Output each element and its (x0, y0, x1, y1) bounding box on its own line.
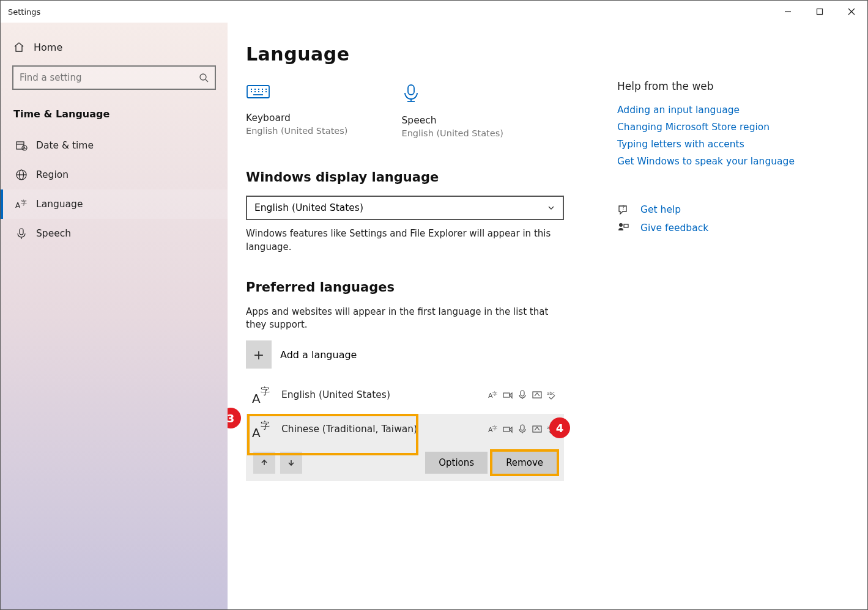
language-item-english[interactable]: A字 English (United States) A字 abc (246, 380, 564, 410)
svg-text:字: 字 (261, 420, 270, 431)
add-language-label: Add a language (280, 349, 357, 361)
help-link-add-input[interactable]: Adding an input language (617, 105, 813, 116)
give-feedback-link[interactable]: Give feedback (640, 222, 708, 233)
search-input[interactable] (20, 72, 199, 83)
language-feature-badges: A字 abc (488, 390, 557, 400)
quick-keyboard[interactable]: Keyboard English (United States) (246, 83, 347, 138)
help-pane: Help from the web Adding an input langua… (617, 80, 813, 234)
svg-rect-47 (521, 425, 524, 430)
svg-text:字: 字 (492, 425, 497, 431)
feedback-icon (617, 222, 629, 234)
svg-rect-16 (20, 229, 23, 235)
svg-rect-1 (817, 9, 823, 15)
chevron-down-icon (547, 204, 555, 212)
sidebar-item-label: Speech (36, 228, 71, 239)
tts-icon (503, 424, 513, 434)
move-up-button[interactable] (253, 452, 275, 474)
svg-line-5 (206, 79, 208, 82)
sidebar-item-label: Region (36, 169, 69, 180)
sidebar-item-label: Language (36, 199, 83, 210)
svg-text:?: ? (622, 205, 625, 211)
caption-controls (772, 1, 867, 23)
get-help-link[interactable]: Get help (640, 204, 681, 215)
display-language-select[interactable]: English (United States) (246, 196, 564, 220)
home-icon (13, 41, 25, 53)
maximize-button[interactable] (804, 1, 836, 23)
display-language-value: English (United States) (254, 202, 363, 213)
language-glyph-icon: A字 (252, 419, 273, 439)
quick-speech-sub: English (United States) (401, 128, 503, 138)
sidebar-section-label: Time & Language (1, 103, 228, 131)
microphone-icon (401, 83, 503, 105)
svg-rect-30 (408, 85, 414, 95)
svg-rect-46 (503, 427, 510, 432)
keyboard-icon (246, 83, 347, 103)
microphone-icon (15, 227, 28, 240)
language-glyph-icon: A字 (252, 384, 273, 405)
search-field[interactable] (12, 65, 216, 90)
help-link-accents[interactable]: Typing letters with accents (617, 139, 813, 150)
sidebar-item-language[interactable]: A字 Language (1, 189, 228, 219)
svg-text:abc: abc (547, 391, 555, 396)
sidebar-home[interactable]: Home (1, 35, 228, 65)
tts-icon (503, 390, 513, 400)
handwriting-icon (532, 390, 542, 400)
svg-rect-38 (521, 391, 524, 396)
svg-text:A: A (252, 425, 261, 439)
speech-recog-icon (517, 390, 527, 400)
language-icon: A字 (15, 198, 28, 210)
sidebar-home-label: Home (34, 42, 62, 53)
move-down-button[interactable] (280, 452, 302, 474)
quick-speech[interactable]: Speech English (United States) (401, 83, 503, 138)
quick-keyboard-sub: English (United States) (246, 126, 347, 136)
minimize-button[interactable] (772, 1, 804, 23)
titlebar: Settings (1, 1, 867, 23)
language-item-chinese[interactable]: A字 Chinese (Traditional, Taiwan) A字 abc (246, 414, 564, 444)
annotation-badge-4: 4 (549, 417, 570, 438)
quick-speech-title: Speech (401, 115, 503, 126)
svg-text:字: 字 (492, 391, 497, 397)
svg-rect-53 (624, 224, 628, 227)
svg-text:字: 字 (21, 199, 27, 206)
preferred-languages-heading: Preferred languages (246, 280, 842, 295)
display-lang-icon: A字 (488, 390, 498, 400)
annotation-badge-3: 3 (228, 408, 241, 428)
help-heading: Help from the web (617, 80, 813, 92)
spell-check-icon: abc (547, 390, 557, 400)
svg-line-10 (24, 148, 26, 149)
options-button[interactable]: Options (425, 452, 488, 474)
language-action-bar: Options Remove 4 (246, 444, 564, 481)
help-link-store-region[interactable]: Changing Microsoft Store region (617, 122, 813, 133)
svg-text:A: A (15, 201, 21, 210)
calendar-clock-icon (15, 139, 28, 152)
language-feature-badges: A字 abc (488, 424, 557, 434)
svg-point-52 (619, 223, 623, 227)
globe-icon (15, 169, 28, 181)
display-lang-icon: A字 (488, 424, 498, 434)
close-button[interactable] (836, 1, 867, 23)
handwriting-icon (532, 424, 542, 434)
plus-icon: + (246, 340, 272, 369)
display-language-desc: Windows features like Settings and File … (246, 227, 564, 254)
get-help-icon: ? (617, 204, 629, 216)
svg-rect-6 (17, 142, 24, 149)
add-language-button[interactable]: + Add a language (246, 340, 842, 369)
language-name: Chinese (Traditional, Taiwan) (281, 424, 417, 435)
page-title: Language (246, 43, 842, 65)
sidebar-item-speech[interactable]: Speech (1, 219, 228, 248)
svg-rect-37 (503, 393, 510, 397)
sidebar-item-date-time[interactable]: Date & time (1, 131, 228, 160)
speech-recog-icon (517, 424, 527, 434)
language-name: English (United States) (281, 389, 390, 400)
quick-keyboard-title: Keyboard (246, 112, 347, 123)
svg-text:A: A (252, 391, 261, 405)
remove-button[interactable]: Remove (492, 452, 557, 474)
options-button-label: Options (439, 457, 474, 468)
sidebar-item-label: Date & time (36, 140, 94, 151)
sidebar: Home Time & Language Date & time Region … (1, 23, 228, 609)
sidebar-item-region[interactable]: Region (1, 160, 228, 189)
svg-text:字: 字 (261, 386, 270, 397)
svg-point-4 (200, 74, 206, 80)
preferred-languages-desc: Apps and websites will appear in the fir… (246, 306, 564, 333)
help-link-speak[interactable]: Get Windows to speak your language (617, 156, 813, 167)
